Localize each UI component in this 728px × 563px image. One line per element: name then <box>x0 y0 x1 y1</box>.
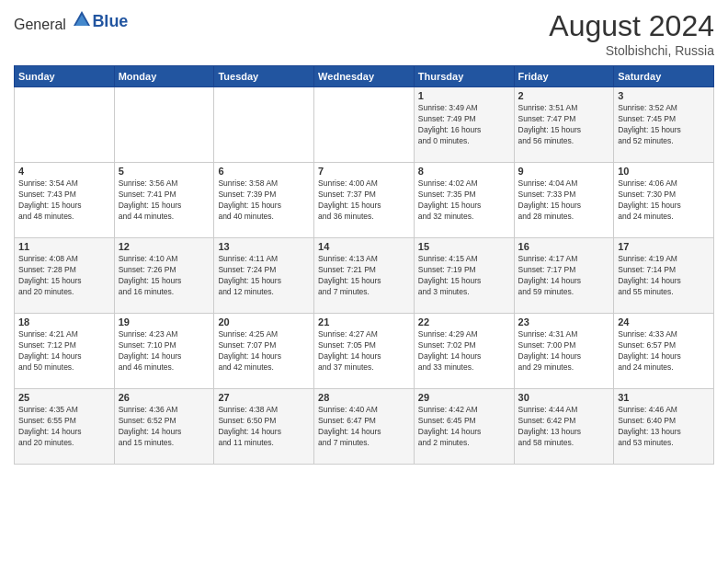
day-info: Sunrise: 3:51 AM Sunset: 7:47 PM Dayligh… <box>518 103 610 147</box>
weekday-tuesday: Tuesday <box>214 66 314 87</box>
day-number: 7 <box>318 166 410 177</box>
weekday-friday: Friday <box>514 66 614 87</box>
calendar-cell: 31Sunrise: 4:46 AM Sunset: 6:40 PM Dayli… <box>614 389 714 465</box>
day-number: 18 <box>18 316 110 327</box>
day-info: Sunrise: 4:38 AM Sunset: 6:50 PM Dayligh… <box>218 405 310 449</box>
calendar-cell: 9Sunrise: 4:04 AM Sunset: 7:33 PM Daylig… <box>514 163 614 238</box>
day-info: Sunrise: 4:36 AM Sunset: 6:52 PM Dayligh… <box>119 405 210 449</box>
day-number: 23 <box>518 316 610 327</box>
day-info: Sunrise: 4:27 AM Sunset: 7:05 PM Dayligh… <box>318 329 410 373</box>
weekday-monday: Monday <box>114 66 214 87</box>
calendar-cell: 30Sunrise: 4:44 AM Sunset: 6:42 PM Dayli… <box>514 389 614 465</box>
week-row-5: 25Sunrise: 4:35 AM Sunset: 6:55 PM Dayli… <box>15 389 714 465</box>
calendar-cell: 8Sunrise: 4:02 AM Sunset: 7:35 PM Daylig… <box>414 163 514 238</box>
weekday-header-row: SundayMondayTuesdayWednesdayThursdayFrid… <box>15 66 714 87</box>
calendar-cell: 16Sunrise: 4:17 AM Sunset: 7:17 PM Dayli… <box>514 238 614 314</box>
day-info: Sunrise: 4:44 AM Sunset: 6:42 PM Dayligh… <box>518 405 610 449</box>
calendar-cell: 1Sunrise: 3:49 AM Sunset: 7:49 PM Daylig… <box>414 87 514 163</box>
day-info: Sunrise: 4:00 AM Sunset: 7:37 PM Dayligh… <box>318 178 410 223</box>
month-year: August 2024 <box>549 9 714 43</box>
calendar-cell: 17Sunrise: 4:19 AM Sunset: 7:14 PM Dayli… <box>614 238 714 314</box>
day-info: Sunrise: 4:29 AM Sunset: 7:02 PM Dayligh… <box>418 329 510 373</box>
day-number: 21 <box>318 316 410 327</box>
day-number: 3 <box>618 90 710 101</box>
calendar-cell: 6Sunrise: 3:58 AM Sunset: 7:39 PM Daylig… <box>214 163 314 238</box>
day-info: Sunrise: 3:54 AM Sunset: 7:43 PM Dayligh… <box>18 178 110 223</box>
calendar-cell: 4Sunrise: 3:54 AM Sunset: 7:43 PM Daylig… <box>15 163 115 238</box>
week-row-4: 18Sunrise: 4:21 AM Sunset: 7:12 PM Dayli… <box>15 314 714 389</box>
calendar-cell: 5Sunrise: 3:56 AM Sunset: 7:41 PM Daylig… <box>114 163 214 238</box>
day-number: 24 <box>618 316 710 327</box>
day-info: Sunrise: 3:49 AM Sunset: 7:49 PM Dayligh… <box>418 103 510 147</box>
calendar-cell: 11Sunrise: 4:08 AM Sunset: 7:28 PM Dayli… <box>15 238 115 314</box>
day-info: Sunrise: 4:33 AM Sunset: 6:57 PM Dayligh… <box>618 329 710 373</box>
calendar-cell: 3Sunrise: 3:52 AM Sunset: 7:45 PM Daylig… <box>614 87 714 163</box>
day-number: 25 <box>18 392 110 403</box>
weekday-saturday: Saturday <box>614 66 714 87</box>
week-row-3: 11Sunrise: 4:08 AM Sunset: 7:28 PM Dayli… <box>15 238 714 314</box>
day-number: 10 <box>618 166 710 177</box>
logo-icon <box>72 9 92 29</box>
calendar-cell: 12Sunrise: 4:10 AM Sunset: 7:26 PM Dayli… <box>114 238 214 314</box>
calendar-cell <box>214 87 314 163</box>
day-info: Sunrise: 3:56 AM Sunset: 7:41 PM Dayligh… <box>119 178 210 223</box>
header: General Blue August 2024 Stolbishchi, Ru… <box>14 9 714 58</box>
day-info: Sunrise: 4:11 AM Sunset: 7:24 PM Dayligh… <box>218 254 310 298</box>
day-number: 29 <box>418 392 510 403</box>
calendar-cell: 24Sunrise: 4:33 AM Sunset: 6:57 PM Dayli… <box>614 314 714 389</box>
title-block: August 2024 Stolbishchi, Russia <box>549 9 714 58</box>
calendar-cell <box>114 87 214 163</box>
day-info: Sunrise: 4:10 AM Sunset: 7:26 PM Dayligh… <box>119 254 210 298</box>
week-row-1: 1Sunrise: 3:49 AM Sunset: 7:49 PM Daylig… <box>15 87 714 163</box>
day-info: Sunrise: 4:04 AM Sunset: 7:33 PM Dayligh… <box>518 178 610 223</box>
weekday-wednesday: Wednesday <box>314 66 415 87</box>
day-number: 1 <box>418 90 510 101</box>
weekday-thursday: Thursday <box>414 66 514 87</box>
day-number: 19 <box>119 316 210 327</box>
calendar-cell: 2Sunrise: 3:51 AM Sunset: 7:47 PM Daylig… <box>514 87 614 163</box>
day-number: 4 <box>18 166 110 177</box>
day-info: Sunrise: 4:06 AM Sunset: 7:30 PM Dayligh… <box>618 178 710 223</box>
day-info: Sunrise: 4:31 AM Sunset: 7:00 PM Dayligh… <box>518 329 610 373</box>
calendar-cell: 26Sunrise: 4:36 AM Sunset: 6:52 PM Dayli… <box>114 389 214 465</box>
day-number: 28 <box>318 392 410 403</box>
calendar-cell: 21Sunrise: 4:27 AM Sunset: 7:05 PM Dayli… <box>314 314 415 389</box>
day-number: 5 <box>119 166 210 177</box>
calendar-cell: 18Sunrise: 4:21 AM Sunset: 7:12 PM Dayli… <box>15 314 115 389</box>
day-info: Sunrise: 3:52 AM Sunset: 7:45 PM Dayligh… <box>618 103 710 147</box>
calendar-cell: 20Sunrise: 4:25 AM Sunset: 7:07 PM Dayli… <box>214 314 314 389</box>
logo-general-text: General <box>14 17 66 32</box>
day-number: 30 <box>518 392 610 403</box>
calendar-body: 1Sunrise: 3:49 AM Sunset: 7:49 PM Daylig… <box>15 87 714 465</box>
day-number: 26 <box>119 392 210 403</box>
day-number: 31 <box>618 392 710 403</box>
week-row-2: 4Sunrise: 3:54 AM Sunset: 7:43 PM Daylig… <box>15 163 714 238</box>
day-info: Sunrise: 4:19 AM Sunset: 7:14 PM Dayligh… <box>618 254 710 298</box>
calendar-cell <box>15 87 115 163</box>
calendar-page: General Blue August 2024 Stolbishchi, Ru… <box>0 0 728 563</box>
day-number: 17 <box>618 241 710 252</box>
day-number: 27 <box>218 392 310 403</box>
day-info: Sunrise: 4:17 AM Sunset: 7:17 PM Dayligh… <box>518 254 610 298</box>
calendar-cell: 19Sunrise: 4:23 AM Sunset: 7:10 PM Dayli… <box>114 314 214 389</box>
calendar-cell: 23Sunrise: 4:31 AM Sunset: 7:00 PM Dayli… <box>514 314 614 389</box>
day-number: 13 <box>218 241 310 252</box>
calendar-cell <box>314 87 415 163</box>
day-info: Sunrise: 4:46 AM Sunset: 6:40 PM Dayligh… <box>618 405 710 449</box>
location: Stolbishchi, Russia <box>549 43 714 58</box>
day-number: 12 <box>119 241 210 252</box>
day-info: Sunrise: 3:58 AM Sunset: 7:39 PM Dayligh… <box>218 178 310 223</box>
day-info: Sunrise: 4:21 AM Sunset: 7:12 PM Dayligh… <box>18 329 110 373</box>
day-info: Sunrise: 4:40 AM Sunset: 6:47 PM Dayligh… <box>318 405 410 449</box>
calendar-cell: 25Sunrise: 4:35 AM Sunset: 6:55 PM Dayli… <box>15 389 115 465</box>
weekday-sunday: Sunday <box>15 66 115 87</box>
day-number: 15 <box>418 241 510 252</box>
calendar-cell: 14Sunrise: 4:13 AM Sunset: 7:21 PM Dayli… <box>314 238 415 314</box>
day-number: 11 <box>18 241 110 252</box>
calendar-cell: 29Sunrise: 4:42 AM Sunset: 6:45 PM Dayli… <box>414 389 514 465</box>
day-number: 22 <box>418 316 510 327</box>
calendar-cell: 13Sunrise: 4:11 AM Sunset: 7:24 PM Dayli… <box>214 238 314 314</box>
calendar-cell: 10Sunrise: 4:06 AM Sunset: 7:30 PM Dayli… <box>614 163 714 238</box>
day-number: 14 <box>318 241 410 252</box>
day-number: 2 <box>518 90 610 101</box>
